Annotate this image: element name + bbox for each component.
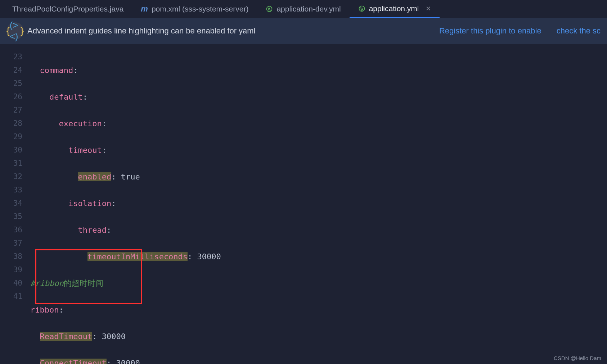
line-number: 33: [0, 183, 22, 197]
code-line: timeout:: [30, 144, 221, 157]
line-number: 30: [0, 144, 22, 157]
line-number: 26: [0, 90, 22, 104]
plugin-banner: {(><)} Advanced indent guides line highl…: [0, 18, 607, 44]
tab-label: application.yml: [369, 4, 419, 13]
register-plugin-link[interactable]: Register this plugin to enable: [439, 26, 541, 36]
line-number: 29: [0, 130, 22, 144]
tab-app-dev-yml[interactable]: application-dev.yml: [257, 0, 349, 18]
tab-label: pom.xml (sss-system-server): [152, 5, 249, 13]
tab-label: ThreadPoolConfigProperties.java: [12, 5, 123, 13]
code-line: timeoutInMilliseconds: 30000: [30, 250, 221, 263]
line-number: 34: [0, 197, 22, 210]
code-line: default:: [30, 90, 221, 104]
code-line: ribbon:: [30, 303, 221, 317]
tab-app-yml[interactable]: application.yml ✕: [350, 0, 440, 18]
plugin-icon: {(><)}: [6, 22, 24, 40]
close-icon[interactable]: ✕: [426, 5, 431, 13]
line-number: 37: [0, 237, 22, 250]
line-number: 36: [0, 223, 22, 237]
line-number: 39: [0, 263, 22, 277]
code-line: ConnectTimeout: 30000: [30, 356, 221, 364]
code-line: enabled: true: [30, 170, 221, 183]
code-editor[interactable]: 23 24 25 26 27 28 29 30 31 32 33 34 35 3…: [0, 44, 607, 364]
check-link[interactable]: check the sc: [557, 26, 601, 36]
watermark: CSDN @Hello Dam: [554, 355, 601, 361]
line-number: 38: [0, 250, 22, 263]
editor-tabs: ThreadPoolConfigProperties.java m pom.xm…: [0, 0, 607, 18]
code-line: #ribbon的超时时间: [30, 277, 221, 290]
code-line: execution:: [30, 117, 221, 130]
tab-label: application-dev.yml: [276, 5, 341, 13]
code-line: ReadTimeout: 30000: [30, 330, 221, 343]
line-gutter: 23 24 25 26 27 28 29 30 31 32 33 34 35 3…: [0, 50, 28, 364]
line-number: 35: [0, 210, 22, 223]
line-number: 41: [0, 290, 22, 303]
line-number: 23: [0, 50, 22, 64]
code-line: isolation:: [30, 197, 221, 210]
code-line: command:: [30, 64, 221, 77]
tab-pom[interactable]: m pom.xml (sss-system-server): [132, 0, 257, 18]
banner-text: Advanced indent guides line highlighting…: [27, 26, 424, 36]
yml-icon: [266, 5, 273, 13]
tab-threadpool[interactable]: ThreadPoolConfigProperties.java: [0, 0, 132, 18]
line-number: 31: [0, 157, 22, 170]
code-line: thread:: [30, 223, 221, 237]
line-number: 28: [0, 117, 22, 130]
line-number: 24: [0, 64, 22, 77]
line-number: 27: [0, 104, 22, 117]
code-area[interactable]: command: default: execution: timeout: en…: [28, 50, 221, 364]
yml-icon: [358, 5, 365, 12]
line-number: 40: [0, 277, 22, 290]
line-number: 25: [0, 77, 22, 90]
maven-icon: m: [141, 4, 148, 14]
line-number: 32: [0, 170, 22, 183]
